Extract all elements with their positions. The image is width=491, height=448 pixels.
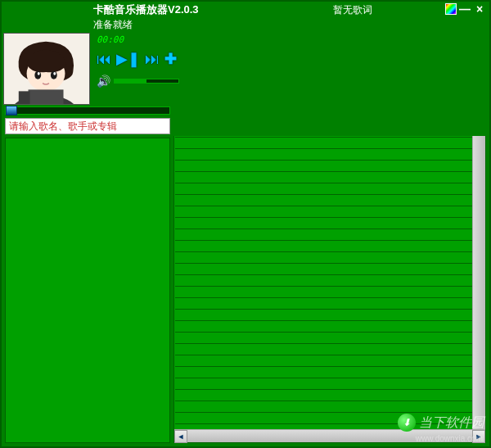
table-cell xyxy=(175,355,274,367)
volume-icon[interactable]: 🔊 xyxy=(97,75,110,88)
table-row[interactable] xyxy=(175,183,485,195)
table-cell xyxy=(373,413,484,424)
table-cell xyxy=(373,195,484,206)
table-row[interactable] xyxy=(175,161,485,172)
table-cell xyxy=(274,275,373,287)
table-cell xyxy=(175,138,274,149)
time-display: 00:00 xyxy=(97,34,486,45)
table-row[interactable] xyxy=(175,298,485,310)
table-cell xyxy=(373,333,484,344)
close-button[interactable]: × xyxy=(473,3,486,15)
table-row[interactable] xyxy=(175,390,485,401)
table-cell xyxy=(373,344,484,355)
playlist-panel: 歌曲名称： 歌手： 专辑： ◄ ► xyxy=(173,136,486,443)
vscroll-thumb[interactable] xyxy=(473,136,485,429)
svg-rect-8 xyxy=(19,91,30,104)
table-row[interactable] xyxy=(175,333,485,344)
table-row[interactable] xyxy=(175,149,485,161)
next-button[interactable]: ⏭ xyxy=(145,51,160,68)
table-row[interactable] xyxy=(175,310,485,321)
table-cell xyxy=(373,298,484,310)
table-row[interactable] xyxy=(175,321,485,333)
table-cell xyxy=(274,287,373,298)
progress-bar[interactable] xyxy=(5,106,170,115)
table-cell xyxy=(175,413,274,424)
table-cell xyxy=(175,401,274,413)
table-cell xyxy=(373,218,484,229)
table-cell xyxy=(175,333,274,344)
table-cell xyxy=(373,321,484,333)
table-cell xyxy=(175,195,274,206)
table-cell xyxy=(373,310,484,321)
table-row[interactable] xyxy=(175,355,485,367)
table-row[interactable] xyxy=(175,241,485,252)
table-cell xyxy=(373,172,484,183)
add-button[interactable]: ✚ xyxy=(164,50,177,68)
minimize-button[interactable]: — xyxy=(458,3,471,15)
table-row[interactable] xyxy=(175,252,485,264)
table-cell xyxy=(175,218,274,229)
table-row[interactable] xyxy=(175,138,485,149)
table-cell xyxy=(175,344,274,355)
progress-knob[interactable] xyxy=(6,106,17,115)
table-cell xyxy=(274,424,373,430)
table-cell xyxy=(373,378,484,390)
table-row[interactable] xyxy=(175,378,485,390)
table-cell xyxy=(175,367,274,378)
svg-rect-7 xyxy=(29,89,64,104)
table-cell xyxy=(175,149,274,161)
theme-color-icon[interactable] xyxy=(445,3,457,15)
hscroll-left-button[interactable]: ◄ xyxy=(174,430,187,443)
svg-point-5 xyxy=(38,72,40,75)
play-pause-button[interactable]: ▶❚ xyxy=(116,50,140,68)
table-row[interactable] xyxy=(175,206,485,218)
table-row[interactable] xyxy=(175,344,485,355)
table-cell xyxy=(274,298,373,310)
svg-point-3 xyxy=(34,71,41,79)
table-row[interactable] xyxy=(175,275,485,287)
table-cell xyxy=(175,424,274,430)
table-row[interactable] xyxy=(175,264,485,275)
table-cell xyxy=(175,275,274,287)
table-cell xyxy=(274,206,373,218)
search-box xyxy=(5,118,486,134)
table-row[interactable] xyxy=(175,287,485,298)
table-cell xyxy=(274,229,373,241)
table-row[interactable] xyxy=(175,172,485,183)
table-cell xyxy=(373,149,484,161)
table-cell xyxy=(175,161,274,172)
table-cell xyxy=(175,183,274,195)
vertical-scrollbar[interactable] xyxy=(472,136,485,429)
table-cell xyxy=(373,252,484,264)
table-row[interactable] xyxy=(175,195,485,206)
app-window: 卡酷音乐播放器V2.0.3 暂无歌词 — × 准备就绪 xyxy=(0,0,491,448)
titlebar: 卡酷音乐播放器V2.0.3 暂无歌词 — × xyxy=(2,2,489,18)
table-row[interactable] xyxy=(175,218,485,229)
table-cell xyxy=(274,183,373,195)
table-cell xyxy=(373,275,484,287)
table-cell xyxy=(274,367,373,378)
table-row[interactable] xyxy=(175,413,485,424)
table-cell xyxy=(373,287,484,298)
volume-slider[interactable] xyxy=(114,79,179,84)
player-controls: 00:00 ⏮ ▶❚ ⏭ ✚ 🔊 xyxy=(92,31,489,106)
table-cell xyxy=(175,206,274,218)
table-cell xyxy=(274,149,373,161)
table-row[interactable] xyxy=(175,401,485,413)
table-cell xyxy=(373,390,484,401)
table-row[interactable] xyxy=(175,424,485,430)
table-cell xyxy=(274,401,373,413)
search-input[interactable] xyxy=(5,118,170,134)
table-cell xyxy=(373,161,484,172)
table-wrap: 歌曲名称： 歌手： 专辑： xyxy=(174,136,485,429)
table-row[interactable] xyxy=(175,367,485,378)
table-cell xyxy=(175,287,274,298)
status-text: 准备就绪 xyxy=(2,18,489,31)
table-row[interactable] xyxy=(175,229,485,241)
table-cell xyxy=(175,252,274,264)
avatar-image xyxy=(4,34,89,104)
table-cell xyxy=(274,172,373,183)
table-cell xyxy=(175,172,274,183)
prev-button[interactable]: ⏮ xyxy=(97,51,111,68)
table-cell xyxy=(373,424,484,430)
